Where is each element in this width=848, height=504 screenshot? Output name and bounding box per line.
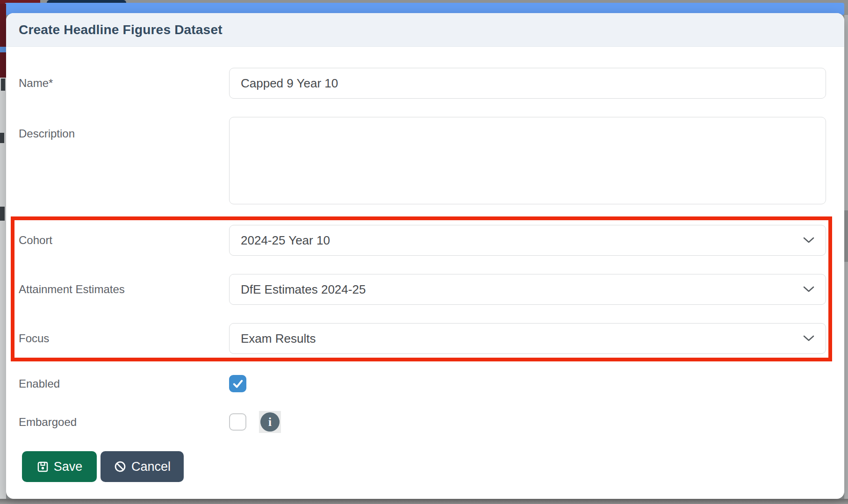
attainment-estimates-row: Attainment Estimates DfE Estimates 2024-…: [19, 274, 826, 305]
enabled-row: Enabled: [19, 375, 826, 392]
embargoed-label: Embargoed: [19, 416, 229, 429]
create-headline-figures-dataset-modal: Create Headline Figures Dataset Name* De…: [6, 13, 844, 499]
modal-footer: Save Cancel: [19, 451, 826, 482]
checkmark-icon: [232, 379, 244, 389]
enabled-label: Enabled: [19, 377, 229, 390]
chevron-down-icon: [803, 335, 814, 342]
save-floppy-icon: [36, 461, 49, 473]
focus-selected-value: Exam Results: [241, 331, 316, 346]
background-scrollbar-thumb[interactable]: [844, 210, 848, 262]
info-icon[interactable]: i: [260, 412, 280, 432]
name-row: Name*: [19, 68, 826, 99]
description-row: Description: [19, 117, 826, 206]
cohort-selected-value: 2024-25 Year 10: [241, 233, 330, 248]
cancel-button-label: Cancel: [131, 460, 171, 474]
attainment-estimates-selected-value: DfE Estimates 2024-25: [241, 282, 366, 297]
cohort-select[interactable]: 2024-25 Year 10: [229, 225, 826, 256]
embargoed-info-wrap: i: [259, 411, 281, 433]
description-label: Description: [19, 117, 229, 140]
cohort-row: Cohort 2024-25 Year 10: [19, 225, 826, 256]
cancel-button[interactable]: Cancel: [101, 451, 184, 482]
enabled-checkbox[interactable]: [229, 375, 246, 392]
background-text-fragment: [0, 133, 4, 143]
save-button-label: Save: [54, 460, 83, 474]
chevron-down-icon: [803, 286, 814, 293]
background-text-fragment: [1, 79, 5, 91]
chevron-down-icon: [803, 237, 814, 244]
embargoed-checkbox[interactable]: [229, 413, 246, 431]
name-label: Name*: [19, 77, 229, 90]
background-text-fragment: [0, 207, 5, 221]
attainment-estimates-label: Attainment Estimates: [19, 283, 229, 296]
modal-header: Create Headline Figures Dataset: [6, 13, 844, 47]
focus-row: Focus Exam Results: [19, 323, 826, 354]
name-input[interactable]: [229, 68, 826, 99]
focus-label: Focus: [19, 332, 229, 345]
embargoed-row: Embargoed i: [19, 411, 826, 433]
background-page-edge-bottom: [0, 499, 848, 504]
description-textarea[interactable]: [229, 117, 826, 204]
focus-select[interactable]: Exam Results: [229, 323, 826, 354]
modal-body: Name* Description Cohort 2024-25 Year 10: [6, 47, 844, 499]
cancel-ban-icon: [114, 460, 127, 473]
background-blue-chip: [0, 47, 6, 52]
save-button[interactable]: Save: [22, 451, 97, 482]
attainment-estimates-select[interactable]: DfE Estimates 2024-25: [229, 274, 826, 305]
modal-title: Create Headline Figures Dataset: [19, 22, 223, 37]
background-maroon-edge: [0, 4, 6, 78]
cohort-label: Cohort: [19, 234, 229, 247]
